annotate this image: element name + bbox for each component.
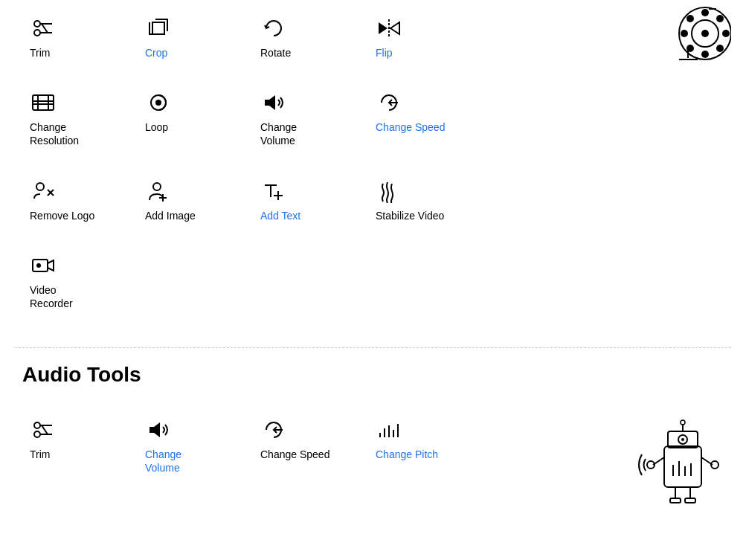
svg-point-2 [701, 30, 709, 37]
tool-audio-change-volume-label: ChangeVolume [145, 448, 181, 474]
audio-tools-title: Audio Tools [22, 363, 724, 387]
audio-pitch-icon [376, 416, 402, 443]
svg-point-34 [153, 183, 161, 190]
video-tools-row3: Remove Logo Add Image [22, 170, 724, 230]
tool-add-image-label: Add Image [145, 209, 196, 222]
tool-flip[interactable]: Flip [368, 7, 476, 67]
svg-line-18 [42, 24, 48, 33]
svg-line-65 [42, 425, 48, 434]
svg-rect-59 [670, 498, 681, 503]
svg-rect-60 [685, 498, 695, 503]
recorder-icon [30, 252, 57, 279]
svg-rect-43 [664, 446, 701, 487]
tool-audio-trim[interactable]: Trim [22, 409, 130, 482]
tool-remove-logo-label: Remove Logo [30, 209, 94, 222]
svg-point-3 [701, 9, 709, 16]
add-text-icon [260, 178, 287, 205]
video-tools-row4: VideoRecorder [22, 245, 724, 318]
tool-audio-change-speed[interactable]: Change Speed [253, 409, 361, 482]
tool-loop[interactable]: Loop [138, 82, 245, 155]
tool-remove-logo[interactable]: Remove Logo [22, 170, 130, 230]
svg-point-6 [722, 30, 730, 37]
tool-video-recorder-label: VideoRecorder [30, 283, 73, 310]
tool-add-text[interactable]: Add Text [253, 170, 361, 230]
tool-audio-change-volume[interactable]: ChangeVolume [138, 409, 245, 482]
audio-tools-section: Audio Tools Trim [0, 348, 746, 519]
video-tools-row1: Trim Crop Rotate [22, 7, 724, 67]
svg-marker-21 [390, 22, 399, 34]
svg-point-42 [36, 263, 41, 268]
tool-change-speed[interactable]: Change Speed [368, 82, 476, 155]
audio-tools-row1: Trim ChangeVolume Change Spe [22, 409, 724, 482]
svg-point-7 [686, 15, 694, 22]
tool-crop[interactable]: Crop [138, 7, 245, 67]
svg-point-15 [34, 30, 40, 36]
trim-icon [30, 15, 57, 42]
tool-audio-trim-label: Trim [30, 448, 50, 461]
tool-stabilize-video[interactable]: Stabilize Video [368, 170, 476, 230]
rotate-icon [260, 15, 287, 42]
film-reel-decoration [664, 0, 731, 70]
svg-rect-19 [152, 22, 164, 34]
tool-crop-label: Crop [145, 46, 167, 59]
remove-logo-icon [30, 178, 57, 205]
tool-trim-label: Trim [30, 46, 50, 59]
svg-marker-20 [379, 22, 388, 34]
svg-point-5 [681, 30, 688, 37]
tool-audio-change-pitch-label: Change Pitch [376, 448, 438, 461]
tool-flip-label: Flip [376, 46, 393, 59]
svg-point-14 [34, 21, 40, 27]
svg-point-28 [155, 100, 161, 106]
video-tools-section: Trim Crop Rotate [0, 0, 746, 347]
svg-point-62 [34, 431, 40, 437]
svg-point-10 [716, 15, 724, 22]
resolution-icon [30, 89, 57, 116]
svg-point-61 [34, 422, 40, 428]
robot-decoration [634, 413, 731, 512]
audio-volume-icon [145, 416, 172, 443]
tool-add-image[interactable]: Add Image [138, 170, 245, 230]
audio-trim-icon [30, 416, 57, 443]
tool-loop-label: Loop [145, 120, 168, 134]
audio-speed-icon [260, 416, 287, 443]
svg-point-8 [716, 45, 724, 52]
svg-point-31 [36, 183, 44, 190]
svg-rect-23 [33, 95, 54, 110]
svg-point-4 [701, 51, 709, 58]
tool-audio-change-speed-label: Change Speed [260, 448, 329, 461]
tool-stabilize-label: Stabilize Video [376, 209, 444, 222]
tool-rotate-label: Rotate [260, 46, 291, 59]
video-tools-row2: ChangeResolution Loop Change [22, 82, 724, 155]
tool-video-recorder[interactable]: VideoRecorder [22, 245, 130, 318]
tool-audio-change-pitch[interactable]: Change Pitch [368, 409, 476, 482]
volume-icon [260, 89, 287, 116]
tool-trim[interactable]: Trim [22, 7, 130, 67]
tool-change-resolution-label: ChangeResolution [30, 120, 79, 147]
tool-rotate[interactable]: Rotate [253, 7, 361, 67]
svg-marker-29 [265, 95, 275, 110]
tool-add-text-label: Add Text [260, 209, 300, 222]
flip-icon [376, 15, 402, 42]
tool-change-volume[interactable]: ChangeVolume [253, 82, 361, 155]
tool-change-resolution[interactable]: ChangeResolution [22, 82, 130, 155]
add-image-icon [145, 178, 172, 205]
crop-icon [145, 15, 172, 42]
tool-change-volume-label: ChangeVolume [260, 120, 297, 147]
loop-icon [145, 89, 172, 116]
stabilize-icon [376, 178, 402, 205]
tool-change-speed-label: Change Speed [376, 120, 445, 134]
speed-icon [376, 89, 402, 116]
svg-point-46 [681, 438, 684, 441]
svg-marker-66 [149, 422, 160, 437]
